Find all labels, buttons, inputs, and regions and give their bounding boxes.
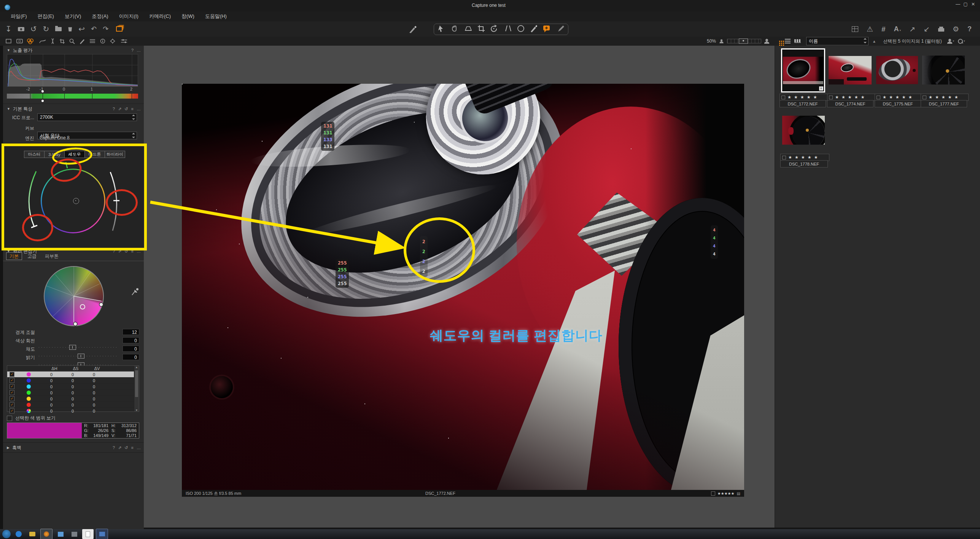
zoom-in-icon[interactable]	[764, 39, 769, 44]
list-view-icon[interactable]	[785, 39, 791, 43]
range-checkbox[interactable]	[7, 416, 12, 421]
meter-marker-top[interactable]	[41, 90, 44, 92]
row-checkbox[interactable]: ✓	[10, 402, 14, 407]
import-icon[interactable]: ↧	[5, 25, 12, 33]
taskbar-item[interactable]	[68, 529, 80, 539]
layout-grid-icon[interactable]	[852, 26, 858, 32]
exposure-section-header[interactable]: ▼ 노출 평가 ?…	[3, 46, 144, 54]
wedge-handle-bottom[interactable]	[73, 322, 77, 326]
eyedropper-icon[interactable]	[131, 288, 139, 296]
redo-icon[interactable]: ↻	[43, 25, 49, 33]
close-button[interactable]: ✕	[969, 2, 977, 7]
filter-person-icon[interactable]	[947, 39, 952, 44]
saturation-slider[interactable]	[39, 365, 116, 365]
table-row[interactable]: ✓ 000	[7, 384, 139, 390]
range-view-row[interactable]: 선택한 색 범위 보기	[7, 415, 56, 421]
taskbar-item[interactable]	[27, 529, 38, 539]
search-icon[interactable]	[958, 39, 963, 44]
icc-dropdown[interactable]: 2700K	[37, 113, 137, 121]
rating-stars[interactable]: ★★★★★	[718, 491, 735, 496]
thumbnail-image[interactable]	[876, 56, 918, 84]
thumb-name-box[interactable]: DSC_1778.NEF	[780, 160, 828, 167]
taskbar-item[interactable]	[55, 529, 66, 539]
photo-canvas[interactable]: 131131133131 255255255255 2222 4444 쉐도우의…	[182, 84, 744, 490]
collapse-icon[interactable]: ▼	[7, 107, 10, 111]
exposure-meter[interactable]	[7, 94, 138, 99]
menu-file[interactable]: 파일(F)	[5, 11, 32, 21]
zoom-slider[interactable]	[727, 39, 761, 43]
maximize-button[interactable]: ▢	[962, 2, 969, 7]
step-redo-icon[interactable]: ↷	[103, 26, 108, 32]
spinner-icon[interactable]	[864, 38, 867, 43]
table-row[interactable]: ✓ 000	[7, 390, 139, 396]
meter-marker-bottom[interactable]	[41, 100, 44, 102]
row-checkbox[interactable]: ✓	[10, 396, 14, 401]
wedge-handle-inner[interactable]	[80, 305, 85, 309]
thumb-name-box[interactable]: DSC_1777.NEF	[921, 100, 967, 107]
table-row[interactable]: ✓ 000	[7, 402, 139, 408]
pixel-grid-icon[interactable]: #	[881, 26, 886, 33]
table-row[interactable]: ✓ 000	[7, 372, 139, 378]
step-undo-icon[interactable]: ↶	[91, 26, 97, 32]
taskbar-item[interactable]	[13, 529, 24, 539]
hue-rotation-slider[interactable]	[39, 356, 116, 356]
start-button[interactable]	[2, 530, 11, 538]
trash-icon[interactable]	[68, 27, 72, 32]
taskbar-item[interactable]	[96, 529, 108, 539]
sort-direction-icon[interactable]: ▲	[872, 39, 876, 43]
minimize-button[interactable]: —	[954, 2, 962, 7]
table-scrollbar[interactable]: ▲ ▼	[134, 366, 139, 411]
thumbnail-image[interactable]	[782, 116, 825, 145]
import-arrow-icon[interactable]: ↙	[924, 26, 930, 33]
wedge-handle-right[interactable]	[99, 303, 103, 306]
tag-checkbox[interactable]	[711, 491, 715, 496]
slider-value[interactable]: 0	[123, 337, 139, 343]
zoom-out-icon[interactable]	[719, 39, 723, 43]
tab-advanced[interactable]: 고급	[24, 253, 40, 260]
camera-icon[interactable]	[18, 27, 24, 31]
base-section-header[interactable]: ▼ 기본 특성 ?⇗↺≡…	[3, 105, 144, 113]
menu-view[interactable]: 보기(V)	[59, 11, 86, 21]
tab-skintone[interactable]: 피부톤	[42, 253, 62, 260]
menu-camera[interactable]: 카메라(C)	[144, 11, 176, 21]
help-icon[interactable]: ?	[967, 26, 972, 32]
row-checkbox[interactable]: ✓	[10, 384, 14, 389]
panel-header-icons[interactable]: ?⇗↺≡…	[113, 445, 144, 450]
table-row[interactable]: ✓ 000	[7, 396, 139, 402]
tab-basic[interactable]: 기본	[6, 252, 22, 260]
row-checkbox[interactable]: ✓	[10, 390, 14, 395]
more-icon[interactable]: …	[137, 48, 141, 53]
help-icon[interactable]: ?	[131, 48, 134, 53]
expand-icon[interactable]: ▶	[7, 446, 10, 450]
taskbar-item-active[interactable]	[40, 529, 52, 539]
row-checkbox[interactable]: ✓	[10, 408, 14, 413]
smoothness-slider[interactable]	[39, 347, 116, 348]
film-view-icon[interactable]	[794, 39, 801, 43]
menu-window[interactable]: 창(W)	[176, 11, 200, 21]
copy-adjustments-icon[interactable]	[116, 26, 123, 32]
thumb-name-box[interactable]: DSC_1772.NEF	[780, 100, 826, 107]
warning-icon[interactable]: ⚠	[867, 26, 873, 33]
row-checkbox[interactable]: ✓	[10, 372, 14, 377]
panel-header-icons[interactable]: ?⇗↺≡…	[113, 107, 144, 112]
text-tool-icon[interactable]: A▾	[894, 26, 901, 32]
tool-tabs[interactable]	[3, 37, 129, 45]
menu-image[interactable]: 이미지(I)	[114, 11, 144, 21]
brush-tool-icon[interactable]	[408, 24, 418, 34]
thumbnail-image[interactable]	[829, 56, 872, 85]
gear-icon[interactable]: ⚙	[953, 26, 959, 33]
menu-help[interactable]: 도움말(H)	[200, 11, 232, 21]
slider-value[interactable]: 12	[123, 329, 139, 335]
collapse-icon[interactable]: ▼	[7, 48, 10, 52]
export-icon[interactable]: ↗	[909, 26, 915, 33]
zoom-slider-handle[interactable]	[739, 38, 748, 44]
grid-view-icon[interactable]	[779, 41, 780, 42]
row-checkbox[interactable]: ✓	[10, 378, 14, 383]
slider-value[interactable]: 0	[123, 346, 139, 352]
undo-icon[interactable]: ↺	[30, 25, 37, 33]
sort-dropdown[interactable]: 이름	[806, 37, 869, 45]
menu-edit[interactable]: 편집(E)	[32, 11, 59, 21]
thumbnail-image[interactable]	[922, 56, 965, 85]
table-row[interactable]: ✓ 000	[7, 378, 139, 384]
thumb-name-box[interactable]: DSC_1775.NEF	[875, 100, 921, 107]
